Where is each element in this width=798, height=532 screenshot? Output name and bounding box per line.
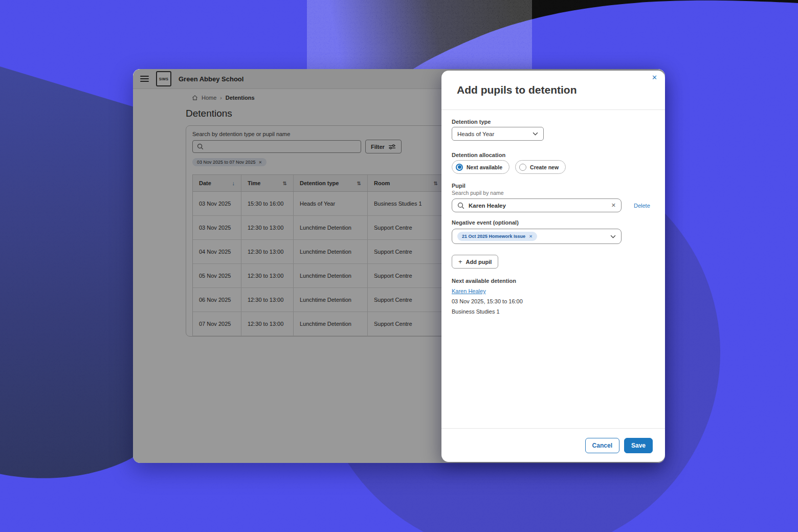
pupil-search-value: Karen Healey — [469, 203, 607, 209]
radio-label: Create new — [530, 164, 559, 170]
chevron-down-icon — [533, 132, 538, 136]
radio-unselected-icon — [519, 164, 526, 171]
radio-next-available[interactable]: Next available — [452, 160, 509, 174]
next-available-label: Next available detention — [452, 278, 655, 284]
chip-remove-icon[interactable]: ✕ — [529, 234, 533, 239]
modal-footer: Cancel Save — [441, 428, 665, 462]
pupil-sublabel: Search pupil by name — [452, 190, 655, 196]
detention-datetime: 03 Nov 2025, 15:30 to 16:00 — [452, 298, 655, 304]
modal-title: Add pupils to detention — [441, 71, 665, 96]
close-icon[interactable]: ✕ — [652, 74, 657, 81]
allocation-label: Detention allocation — [452, 152, 655, 158]
add-pupils-modal: ✕ Add pupils to detention Detention type… — [441, 71, 665, 462]
radio-label: Next available — [467, 164, 502, 170]
pupil-link[interactable]: Karen Healey — [452, 288, 486, 294]
cancel-button[interactable]: Cancel — [585, 438, 619, 453]
clear-icon[interactable]: ✕ — [611, 202, 616, 209]
detention-room: Business Studies 1 — [452, 308, 655, 315]
radio-selected-icon — [456, 164, 463, 171]
radio-create-new[interactable]: Create new — [515, 160, 566, 174]
negative-event-select[interactable]: 21 Oct 2025 Homework Issue ✕ — [452, 229, 622, 244]
detention-type-value: Heads of Year — [457, 131, 494, 137]
negative-event-chip[interactable]: 21 Oct 2025 Homework Issue ✕ — [457, 232, 537, 241]
plus-icon: + — [458, 258, 462, 265]
add-pupil-button-label: Add pupil — [466, 259, 492, 265]
pupil-search-input[interactable]: Karen Healey ✕ — [452, 198, 622, 212]
delete-pupil-link[interactable]: Delete — [634, 203, 650, 209]
negative-event-label: Negative event (optional) — [452, 219, 655, 226]
next-available-detention-section: Next available detention Karen Healey 03… — [452, 278, 655, 315]
save-button[interactable]: Save — [624, 438, 653, 453]
chevron-down-icon — [610, 235, 616, 238]
add-pupil-button[interactable]: + Add pupil — [452, 255, 498, 269]
pupil-label: Pupil — [452, 183, 655, 189]
negative-event-chip-label: 21 Oct 2025 Homework Issue — [462, 234, 525, 239]
detention-type-select[interactable]: Heads of Year — [452, 127, 544, 141]
search-icon — [457, 202, 464, 209]
detention-type-label: Detention type — [452, 119, 655, 125]
